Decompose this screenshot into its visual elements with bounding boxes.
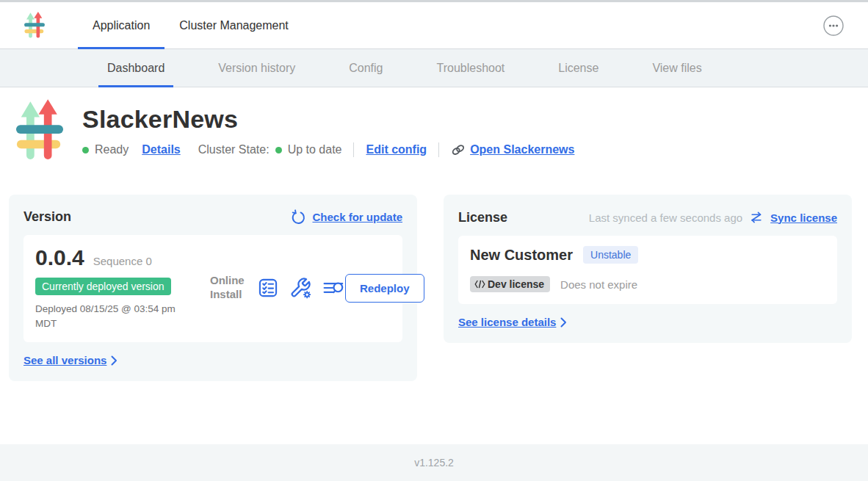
subtab-dashboard[interactable]: Dashboard [98, 49, 173, 87]
chain-link-icon [451, 142, 466, 157]
tab-application[interactable]: Application [78, 2, 164, 48]
see-all-versions-link[interactable]: See all versions [23, 354, 106, 366]
redeploy-button[interactable]: Redeploy [345, 274, 424, 303]
license-type-text: Dev license [488, 278, 544, 290]
app-status-dot-icon [82, 147, 89, 153]
open-app-link-text[interactable]: Open Slackernews [470, 143, 574, 156]
console-version-text: v1.125.2 [414, 457, 454, 469]
version-sequence: Sequence 0 [93, 255, 152, 267]
dashboard-main: SlackerNews Ready Details Cluster State:… [0, 99, 868, 381]
license-expiration: Does not expire [560, 278, 637, 291]
divider [353, 142, 354, 157]
subtab-config[interactable]: Config [340, 49, 391, 87]
wrench-gear-icon [289, 277, 311, 299]
subtab-view-files[interactable]: View files [643, 49, 710, 87]
details-link[interactable]: Details [142, 143, 180, 156]
subtab-license[interactable]: License [549, 49, 607, 87]
tab-cluster-management[interactable]: Cluster Management [164, 2, 303, 48]
app-logo-large-icon [15, 99, 65, 164]
app-info: SlackerNews Ready Details Cluster State:… [82, 99, 574, 164]
ellipsis-icon [822, 15, 845, 37]
preflight-checks-button[interactable] [258, 278, 278, 298]
console-footer: v1.125.2 [0, 444, 868, 481]
edit-config-link[interactable]: Edit config [366, 143, 427, 156]
cluster-state-dot-icon [275, 147, 282, 153]
license-details-panel: New Customer Unstable Dev license [458, 236, 837, 304]
version-card-title: Version [23, 209, 71, 225]
install-type-label: Online Install [210, 274, 247, 302]
version-card: Version Check for update 0.0.4 [9, 195, 417, 381]
logs-magnifier-icon [322, 278, 345, 298]
chevron-right-icon [111, 355, 117, 366]
redeploy-area: Redeploy [345, 274, 424, 303]
open-app-link[interactable]: Open Slackernews [451, 142, 574, 157]
app-logo-icon [23, 12, 46, 40]
check-for-update-link[interactable]: Check for update [312, 211, 402, 223]
app-subnav: Dashboard Version history Config Trouble… [0, 49, 868, 87]
subtab-troubleshoot[interactable]: Troubleshoot [427, 49, 513, 87]
app-header: SlackerNews Ready Details Cluster State:… [15, 99, 868, 164]
subtab-version-history[interactable]: Version history [209, 49, 304, 87]
cluster-state-value: Up to date [288, 143, 342, 156]
cluster-state-label: Cluster State: [198, 143, 270, 156]
more-menu-button[interactable] [822, 15, 845, 37]
top-tabs: Application Cluster Management [78, 2, 303, 48]
top-navbar: Application Cluster Management [0, 2, 868, 49]
deployed-timestamp: Deployed 08/15/25 @ 03:54 pm MDT [35, 302, 189, 330]
license-card-footer: See license details [458, 316, 837, 328]
version-card-header: Version Check for update [23, 209, 402, 225]
checklist-icon [258, 278, 278, 298]
customer-name: New Customer [470, 247, 573, 264]
dashboard-cards: Version Check for update 0.0.4 [9, 195, 859, 381]
current-version-panel: 0.0.4 Sequence 0 Currently deployed vers… [23, 235, 402, 342]
page-title: SlackerNews [82, 105, 574, 134]
code-brackets-icon [474, 280, 485, 289]
deploy-logs-button[interactable] [322, 278, 345, 298]
last-synced-text: Last synced a few seconds ago [589, 211, 742, 224]
license-type-badge: Dev license [470, 276, 550, 292]
license-card: License Last synced a few seconds ago Sy… [444, 195, 852, 343]
view-config-button[interactable] [289, 277, 311, 299]
chevron-right-icon [560, 317, 567, 328]
deployed-badge: Currently deployed version [35, 278, 171, 295]
app-status-row: Ready Details Cluster State: Up to date … [82, 142, 574, 157]
sync-license-link[interactable]: Sync license [770, 211, 837, 224]
divider [438, 142, 439, 157]
see-license-details-link[interactable]: See license details [458, 316, 556, 328]
version-actions: Online Install [210, 274, 345, 302]
license-card-header: License Last synced a few seconds ago Sy… [458, 209, 837, 225]
version-card-footer: See all versions [23, 354, 402, 366]
channel-badge: Unstable [583, 246, 638, 264]
app-status-text: Ready [95, 143, 129, 156]
license-card-title: License [458, 210, 507, 225]
sync-arrows-icon [749, 209, 764, 225]
refresh-icon [290, 209, 305, 225]
version-details: 0.0.4 Sequence 0 Currently deployed vers… [35, 245, 206, 330]
version-number: 0.0.4 [35, 245, 84, 270]
